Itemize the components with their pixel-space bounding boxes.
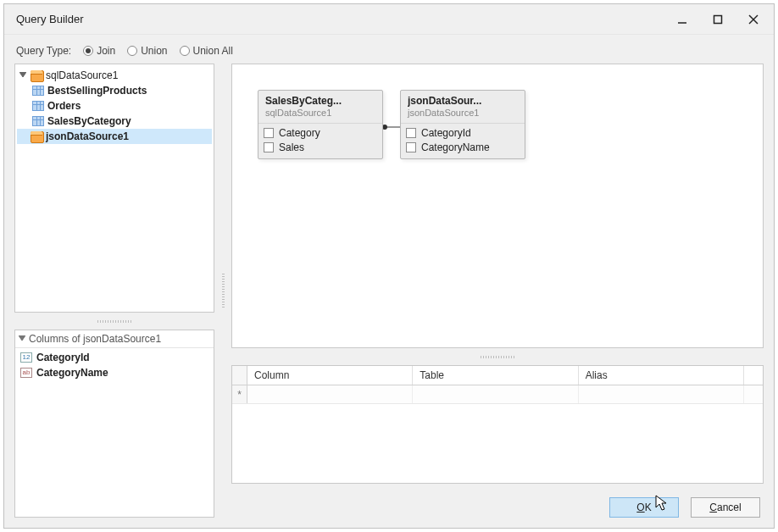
chevron-down-icon bbox=[19, 71, 27, 80]
cancel-underline: C bbox=[709, 502, 717, 513]
radio-join-label: Join bbox=[97, 45, 115, 57]
content-area: Query Type: Join Union Union All bbox=[4, 35, 774, 528]
card-fields: Category Sales bbox=[258, 124, 382, 158]
columns-list: 12 CategoryId ab CategoryName bbox=[15, 348, 214, 517]
tree-node-table[interactable]: SalesByCategory bbox=[17, 114, 212, 129]
close-icon bbox=[748, 14, 759, 25]
table-card-json[interactable]: jsonDataSour... jsonDataSource1 Category… bbox=[400, 90, 525, 159]
data-source-tree[interactable]: sqlDataSource1 BestSellingProducts bbox=[14, 64, 214, 313]
tree-node-table[interactable]: BestSellingProducts bbox=[17, 83, 212, 98]
new-row-marker: * bbox=[232, 385, 247, 403]
maximize-icon bbox=[713, 14, 723, 25]
grid-cell[interactable] bbox=[744, 385, 763, 403]
card-title: SalesByCateg... bbox=[265, 95, 377, 107]
card-field[interactable]: CategoryId bbox=[406, 127, 520, 139]
checkbox-icon[interactable] bbox=[406, 128, 416, 138]
ok-button[interactable]: OK bbox=[609, 497, 679, 518]
card-field-label: CategoryName bbox=[421, 141, 490, 153]
tree-node-table[interactable]: Orders bbox=[17, 98, 212, 114]
cancel-rest: ancel bbox=[717, 502, 742, 513]
grid-cell[interactable] bbox=[579, 385, 744, 403]
card-field[interactable]: Category bbox=[264, 127, 377, 139]
query-type-label: Query Type: bbox=[16, 45, 71, 57]
radio-dot-icon bbox=[83, 46, 93, 56]
columns-panel-title: Columns of jsonDataSource1 bbox=[29, 333, 161, 345]
checkbox-icon[interactable] bbox=[264, 128, 274, 138]
table-icon bbox=[32, 101, 44, 111]
radio-union-all[interactable]: Union All bbox=[180, 45, 233, 57]
checkbox-icon[interactable] bbox=[264, 142, 274, 152]
ok-rest: K bbox=[645, 502, 652, 513]
tree-label: sqlDataSource1 bbox=[46, 69, 118, 81]
tree-label: BestSellingProducts bbox=[47, 85, 147, 97]
grid-cell[interactable] bbox=[247, 385, 413, 403]
radio-dot-icon bbox=[180, 46, 190, 56]
splitter-horizontal[interactable] bbox=[14, 318, 214, 324]
radio-union-label: Union bbox=[141, 45, 167, 57]
column-label: CategoryName bbox=[36, 367, 108, 379]
close-button[interactable] bbox=[743, 9, 764, 30]
numeric-column-icon: 12 bbox=[20, 352, 32, 363]
card-field-label: CategoryId bbox=[421, 127, 471, 139]
cancel-button[interactable]: Cancel bbox=[691, 497, 760, 518]
grid-cell[interactable] bbox=[413, 385, 578, 403]
left-column: sqlDataSource1 BestSellingProducts bbox=[14, 64, 214, 518]
radio-union-all-label: Union All bbox=[193, 45, 233, 57]
window-buttons bbox=[672, 9, 767, 30]
radio-dot-icon bbox=[127, 46, 137, 56]
minimize-button[interactable] bbox=[672, 9, 692, 30]
card-field[interactable]: Sales bbox=[264, 141, 377, 153]
maximize-button[interactable] bbox=[708, 9, 728, 30]
card-field[interactable]: CategoryName bbox=[406, 141, 520, 153]
chevron-down-icon bbox=[19, 333, 25, 345]
svg-marker-5 bbox=[19, 335, 25, 341]
column-item[interactable]: ab CategoryName bbox=[17, 365, 212, 380]
card-source: sqlDataSource1 bbox=[265, 108, 377, 118]
columns-panel-header[interactable]: Columns of jsonDataSource1 bbox=[15, 330, 214, 348]
tree-label: Orders bbox=[47, 100, 81, 112]
splitter-horizontal[interactable] bbox=[231, 353, 764, 360]
card-fields: CategoryId CategoryName bbox=[401, 124, 525, 158]
tree-label: jsonDataSource1 bbox=[46, 130, 129, 142]
output-columns-grid[interactable]: Column Table Alias * bbox=[231, 365, 764, 484]
tree-label: SalesByCategory bbox=[47, 115, 131, 127]
splitter-vertical[interactable] bbox=[220, 64, 226, 518]
table-icon bbox=[32, 116, 44, 126]
query-builder-dialog: Query Builder Query Type: Join Union bbox=[3, 3, 775, 529]
column-label: CategoryId bbox=[36, 352, 90, 363]
card-source: jsonDataSource1 bbox=[408, 108, 520, 118]
datasource-icon bbox=[31, 70, 42, 80]
table-card-sales[interactable]: SalesByCateg... sqlDataSource1 Category … bbox=[258, 90, 383, 159]
radio-join[interactable]: Join bbox=[83, 45, 115, 57]
minimize-icon bbox=[677, 14, 687, 25]
grid-header-table[interactable]: Table bbox=[413, 366, 578, 385]
table-icon bbox=[32, 86, 44, 96]
grid-new-row[interactable]: * bbox=[232, 385, 763, 404]
string-column-icon: ab bbox=[20, 368, 32, 378]
grid-header-extra bbox=[744, 366, 763, 385]
radio-union[interactable]: Union bbox=[127, 45, 167, 57]
grid-corner bbox=[232, 366, 247, 385]
grid-header-column[interactable]: Column bbox=[247, 366, 413, 385]
columns-panel: Columns of jsonDataSource1 12 CategoryId… bbox=[14, 330, 214, 518]
window-title: Query Builder bbox=[16, 13, 672, 25]
checkbox-icon[interactable] bbox=[406, 142, 416, 152]
datasource-icon bbox=[31, 131, 42, 141]
grid-header: Column Table Alias bbox=[232, 366, 763, 385]
ok-underline: O bbox=[636, 502, 644, 513]
svg-marker-4 bbox=[19, 72, 26, 77]
tree-node-jsonDataSource1[interactable]: jsonDataSource1 bbox=[17, 129, 212, 144]
svg-rect-1 bbox=[714, 15, 722, 23]
grid-header-alias[interactable]: Alias bbox=[579, 366, 744, 385]
card-title: jsonDataSour... bbox=[408, 95, 520, 107]
card-field-label: Category bbox=[279, 127, 320, 139]
right-column: SalesByCateg... sqlDataSource1 Category … bbox=[231, 64, 764, 518]
tree-node-sqlDataSource1[interactable]: sqlDataSource1 bbox=[17, 68, 212, 83]
dialog-footer: OK Cancel bbox=[231, 489, 764, 518]
diagram-canvas[interactable]: SalesByCateg... sqlDataSource1 Category … bbox=[231, 64, 764, 348]
column-item[interactable]: 12 CategoryId bbox=[17, 350, 212, 365]
card-header[interactable]: SalesByCateg... sqlDataSource1 bbox=[258, 91, 382, 124]
titlebar: Query Builder bbox=[4, 4, 774, 35]
card-header[interactable]: jsonDataSour... jsonDataSource1 bbox=[401, 91, 525, 124]
card-field-label: Sales bbox=[279, 141, 304, 153]
